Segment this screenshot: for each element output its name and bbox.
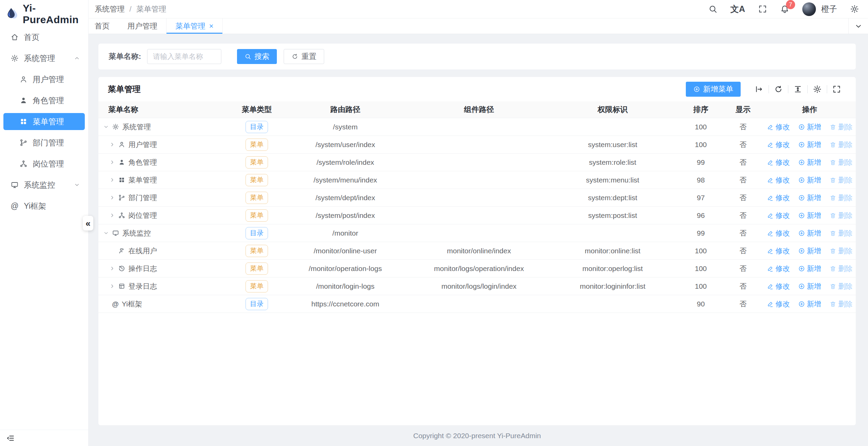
plus-circle-icon	[693, 86, 700, 93]
translate-icon[interactable]: 文A	[730, 5, 745, 13]
row-expand-toggle[interactable]	[103, 230, 112, 236]
avatar[interactable]	[802, 2, 816, 16]
add-action[interactable]: 新增	[798, 122, 821, 132]
fullscreen-icon[interactable]	[758, 4, 767, 14]
edit-action[interactable]: 修改	[767, 140, 790, 149]
route-path: /monitor/login-logs	[279, 277, 412, 295]
edit-action[interactable]: 修改	[767, 228, 790, 238]
add-action[interactable]: 新增	[798, 228, 821, 238]
delete-action[interactable]: 删除	[830, 264, 853, 273]
delete-action[interactable]: 删除	[830, 228, 853, 238]
add-action[interactable]: 新增	[798, 282, 821, 291]
edit-icon	[767, 230, 774, 237]
actions-cell: 修改新增删除	[763, 295, 856, 313]
sidebar-item-post-mgmt[interactable]: 岗位管理	[3, 155, 85, 172]
delete-action[interactable]: 删除	[830, 211, 853, 220]
toolbar-expand-arrow-icon[interactable]	[755, 85, 763, 94]
menu-type-cell: 菜单	[235, 277, 279, 295]
route-path: https://ccnetcore.com	[279, 295, 412, 313]
edit-action[interactable]: 修改	[767, 211, 790, 220]
sort-value: 99	[679, 154, 723, 171]
edit-action[interactable]: 修改	[767, 193, 790, 203]
tab-home[interactable]: 首页	[95, 18, 119, 34]
tabs-menu-chevron-down-icon[interactable]	[848, 18, 868, 34]
sidebar-item-role-mgmt[interactable]: 角色管理	[3, 92, 85, 109]
menu-name: 系统监控	[122, 228, 151, 238]
add-action[interactable]: 新增	[798, 175, 821, 185]
delete-action[interactable]: 删除	[830, 140, 853, 149]
app-logo[interactable]: Yi-PureAdmin	[0, 0, 88, 28]
add-action[interactable]: 新增	[798, 299, 821, 309]
route-path: /system/dept/index	[279, 189, 412, 206]
delete-action[interactable]: 删除	[830, 122, 853, 132]
sidebar-item-user-mgmt[interactable]: 用户管理	[3, 71, 85, 88]
bell-icon[interactable]: 7	[780, 4, 789, 14]
search-icon[interactable]	[708, 4, 717, 14]
sidebar-item-menu-mgmt[interactable]: 菜单管理	[3, 113, 85, 130]
edit-action[interactable]: 修改	[767, 175, 790, 185]
footer-copyright: Copyright © 2020-present Yi-PureAdmin	[413, 432, 541, 440]
add-action[interactable]: 新增	[798, 264, 821, 273]
component-path	[412, 118, 546, 136]
tab-menu-mgmt[interactable]: 菜单管理×	[166, 18, 223, 34]
add-action[interactable]: 新增	[798, 211, 821, 220]
route-path: /system/post/index	[279, 207, 412, 224]
edit-action[interactable]: 修改	[767, 246, 790, 256]
add-action[interactable]: 新增	[798, 140, 821, 149]
row-expand-toggle[interactable]	[109, 159, 118, 165]
sidebar-item-yi-framework[interactable]: @Yi框架	[3, 197, 85, 214]
row-expand-toggle[interactable]	[109, 142, 118, 147]
actions-cell: 修改新增删除	[763, 277, 856, 295]
add-action[interactable]: 新增	[798, 246, 821, 256]
row-expand-toggle[interactable]	[109, 212, 118, 218]
toolbar-refresh-icon[interactable]	[774, 85, 783, 94]
sidebar-item-home[interactable]: 首页	[3, 29, 85, 46]
sidebar-item-dept-mgmt[interactable]: 部门管理	[3, 134, 85, 151]
search-button[interactable]: 搜索	[237, 49, 277, 64]
delete-action[interactable]: 删除	[830, 246, 853, 256]
tab-close-icon[interactable]: ×	[209, 22, 214, 30]
panel-header: 菜单管理 新增菜单	[98, 77, 856, 101]
sidebar-item-system-mgmt[interactable]: 系统管理	[3, 50, 85, 67]
delete-action[interactable]: 删除	[830, 158, 853, 167]
delete-action[interactable]: 删除	[830, 193, 853, 203]
menu-name: 角色管理	[128, 158, 157, 167]
toolbar-density-icon[interactable]	[793, 85, 802, 94]
toolbar-gear-icon[interactable]	[813, 85, 822, 94]
visible-value: 否	[723, 136, 763, 153]
visible-value: 否	[723, 260, 763, 277]
row-expand-toggle[interactable]	[109, 195, 118, 201]
component-path	[412, 189, 546, 206]
edit-action[interactable]: 修改	[767, 122, 790, 132]
row-expand-toggle[interactable]	[103, 124, 112, 130]
row-expand-toggle[interactable]	[109, 177, 118, 183]
add-menu-button[interactable]: 新增菜单	[686, 82, 741, 97]
actions-cell: 修改新增删除	[763, 260, 856, 277]
sidebar-fold-icon[interactable]	[6, 434, 15, 443]
menu-name-input[interactable]	[147, 49, 221, 64]
edit-action[interactable]: 修改	[767, 158, 790, 167]
toolbar-fullscreen-icon[interactable]	[832, 85, 841, 94]
add-action[interactable]: 新增	[798, 158, 821, 167]
row-expand-toggle[interactable]	[109, 283, 118, 289]
delete-action[interactable]: 删除	[830, 299, 853, 309]
sidebar-item-monitor[interactable]: 系统监控	[3, 176, 85, 193]
edit-action[interactable]: 修改	[767, 282, 790, 291]
menu-type-tag: 目录	[246, 298, 268, 310]
component-path	[412, 154, 546, 171]
row-expand-toggle[interactable]	[109, 266, 118, 271]
edit-action[interactable]: 修改	[767, 264, 790, 273]
menu-name-cell: 系统监控	[98, 224, 235, 242]
delete-action[interactable]: 删除	[830, 282, 853, 291]
settings-gear-icon[interactable]	[850, 4, 859, 14]
breadcrumb-item-parent[interactable]: 系统管理	[95, 4, 125, 14]
tab-user-mgmt[interactable]: 用户管理	[119, 18, 166, 34]
reset-button[interactable]: 重置	[284, 49, 324, 64]
table-row-user: 用户管理菜单/system/user/indexsystem:user:list…	[98, 136, 856, 154]
sidebar-collapse-button[interactable]: «	[83, 216, 93, 230]
edit-action[interactable]: 修改	[767, 299, 790, 309]
post-icon	[19, 160, 28, 168]
add-action[interactable]: 新增	[798, 193, 821, 203]
toolbar-divider	[807, 85, 808, 93]
delete-action[interactable]: 删除	[830, 175, 853, 185]
